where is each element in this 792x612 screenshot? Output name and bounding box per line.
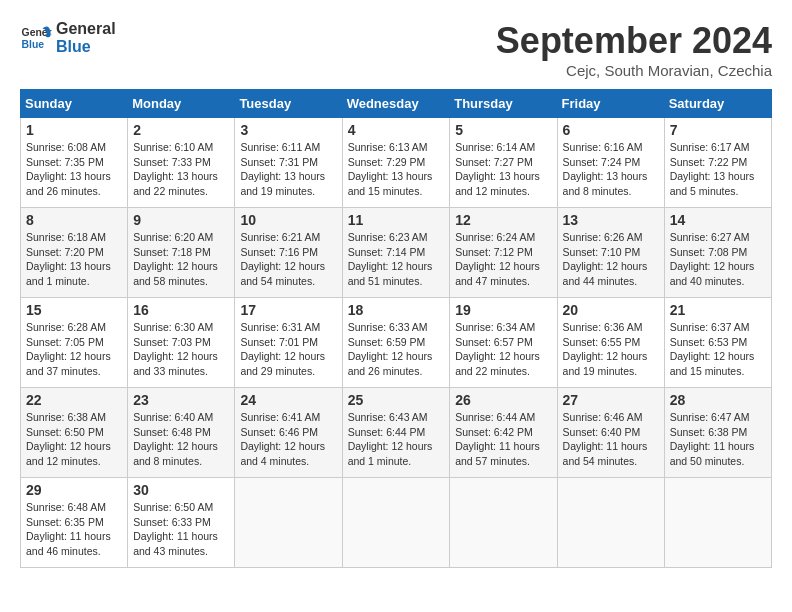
day-info: Sunrise: 6:20 AM Sunset: 7:18 PM Dayligh…	[133, 230, 229, 289]
calendar-week-1: 1Sunrise: 6:08 AM Sunset: 7:35 PM Daylig…	[21, 118, 772, 208]
calendar-cell	[450, 478, 557, 568]
day-number: 2	[133, 122, 229, 138]
calendar-cell: 7Sunrise: 6:17 AM Sunset: 7:22 PM Daylig…	[664, 118, 771, 208]
day-info: Sunrise: 6:46 AM Sunset: 6:40 PM Dayligh…	[563, 410, 659, 469]
day-number: 15	[26, 302, 122, 318]
day-info: Sunrise: 6:50 AM Sunset: 6:33 PM Dayligh…	[133, 500, 229, 559]
day-number: 13	[563, 212, 659, 228]
calendar-cell: 18Sunrise: 6:33 AM Sunset: 6:59 PM Dayli…	[342, 298, 450, 388]
calendar-cell: 15Sunrise: 6:28 AM Sunset: 7:05 PM Dayli…	[21, 298, 128, 388]
day-number: 8	[26, 212, 122, 228]
weekday-header-saturday: Saturday	[664, 90, 771, 118]
calendar-cell: 22Sunrise: 6:38 AM Sunset: 6:50 PM Dayli…	[21, 388, 128, 478]
day-number: 28	[670, 392, 766, 408]
day-info: Sunrise: 6:34 AM Sunset: 6:57 PM Dayligh…	[455, 320, 551, 379]
day-number: 17	[240, 302, 336, 318]
calendar-cell	[557, 478, 664, 568]
page-header: General Blue General Blue September 2024…	[20, 20, 772, 79]
calendar-week-3: 15Sunrise: 6:28 AM Sunset: 7:05 PM Dayli…	[21, 298, 772, 388]
day-info: Sunrise: 6:17 AM Sunset: 7:22 PM Dayligh…	[670, 140, 766, 199]
day-info: Sunrise: 6:27 AM Sunset: 7:08 PM Dayligh…	[670, 230, 766, 289]
logo-blue: Blue	[56, 38, 116, 56]
calendar-cell: 20Sunrise: 6:36 AM Sunset: 6:55 PM Dayli…	[557, 298, 664, 388]
day-number: 24	[240, 392, 336, 408]
weekday-header-friday: Friday	[557, 90, 664, 118]
logo-icon: General Blue	[20, 22, 52, 54]
day-number: 6	[563, 122, 659, 138]
calendar-cell: 13Sunrise: 6:26 AM Sunset: 7:10 PM Dayli…	[557, 208, 664, 298]
calendar-cell: 10Sunrise: 6:21 AM Sunset: 7:16 PM Dayli…	[235, 208, 342, 298]
day-number: 29	[26, 482, 122, 498]
logo: General Blue General Blue	[20, 20, 116, 55]
day-number: 9	[133, 212, 229, 228]
calendar-table: SundayMondayTuesdayWednesdayThursdayFrid…	[20, 89, 772, 568]
calendar-cell: 19Sunrise: 6:34 AM Sunset: 6:57 PM Dayli…	[450, 298, 557, 388]
calendar-cell: 28Sunrise: 6:47 AM Sunset: 6:38 PM Dayli…	[664, 388, 771, 478]
day-number: 11	[348, 212, 445, 228]
day-number: 5	[455, 122, 551, 138]
weekday-header-tuesday: Tuesday	[235, 90, 342, 118]
day-info: Sunrise: 6:18 AM Sunset: 7:20 PM Dayligh…	[26, 230, 122, 289]
day-number: 3	[240, 122, 336, 138]
day-info: Sunrise: 6:23 AM Sunset: 7:14 PM Dayligh…	[348, 230, 445, 289]
calendar-cell: 23Sunrise: 6:40 AM Sunset: 6:48 PM Dayli…	[128, 388, 235, 478]
calendar-cell: 12Sunrise: 6:24 AM Sunset: 7:12 PM Dayli…	[450, 208, 557, 298]
day-info: Sunrise: 6:26 AM Sunset: 7:10 PM Dayligh…	[563, 230, 659, 289]
day-number: 16	[133, 302, 229, 318]
calendar-cell: 14Sunrise: 6:27 AM Sunset: 7:08 PM Dayli…	[664, 208, 771, 298]
day-info: Sunrise: 6:36 AM Sunset: 6:55 PM Dayligh…	[563, 320, 659, 379]
day-number: 21	[670, 302, 766, 318]
day-info: Sunrise: 6:30 AM Sunset: 7:03 PM Dayligh…	[133, 320, 229, 379]
month-title: September 2024	[496, 20, 772, 62]
calendar-cell: 26Sunrise: 6:44 AM Sunset: 6:42 PM Dayli…	[450, 388, 557, 478]
day-info: Sunrise: 6:28 AM Sunset: 7:05 PM Dayligh…	[26, 320, 122, 379]
day-number: 10	[240, 212, 336, 228]
calendar-cell	[342, 478, 450, 568]
day-info: Sunrise: 6:40 AM Sunset: 6:48 PM Dayligh…	[133, 410, 229, 469]
day-number: 23	[133, 392, 229, 408]
day-info: Sunrise: 6:43 AM Sunset: 6:44 PM Dayligh…	[348, 410, 445, 469]
day-info: Sunrise: 6:44 AM Sunset: 6:42 PM Dayligh…	[455, 410, 551, 469]
day-info: Sunrise: 6:13 AM Sunset: 7:29 PM Dayligh…	[348, 140, 445, 199]
day-info: Sunrise: 6:33 AM Sunset: 6:59 PM Dayligh…	[348, 320, 445, 379]
day-number: 14	[670, 212, 766, 228]
day-info: Sunrise: 6:08 AM Sunset: 7:35 PM Dayligh…	[26, 140, 122, 199]
calendar-header: SundayMondayTuesdayWednesdayThursdayFrid…	[21, 90, 772, 118]
day-info: Sunrise: 6:48 AM Sunset: 6:35 PM Dayligh…	[26, 500, 122, 559]
calendar-cell: 4Sunrise: 6:13 AM Sunset: 7:29 PM Daylig…	[342, 118, 450, 208]
calendar-week-4: 22Sunrise: 6:38 AM Sunset: 6:50 PM Dayli…	[21, 388, 772, 478]
day-number: 20	[563, 302, 659, 318]
day-info: Sunrise: 6:38 AM Sunset: 6:50 PM Dayligh…	[26, 410, 122, 469]
calendar-cell: 27Sunrise: 6:46 AM Sunset: 6:40 PM Dayli…	[557, 388, 664, 478]
day-number: 25	[348, 392, 445, 408]
day-info: Sunrise: 6:14 AM Sunset: 7:27 PM Dayligh…	[455, 140, 551, 199]
day-number: 22	[26, 392, 122, 408]
weekday-header-sunday: Sunday	[21, 90, 128, 118]
day-number: 7	[670, 122, 766, 138]
calendar-week-5: 29Sunrise: 6:48 AM Sunset: 6:35 PM Dayli…	[21, 478, 772, 568]
day-number: 12	[455, 212, 551, 228]
day-info: Sunrise: 6:21 AM Sunset: 7:16 PM Dayligh…	[240, 230, 336, 289]
weekday-header-monday: Monday	[128, 90, 235, 118]
day-info: Sunrise: 6:10 AM Sunset: 7:33 PM Dayligh…	[133, 140, 229, 199]
calendar-week-2: 8Sunrise: 6:18 AM Sunset: 7:20 PM Daylig…	[21, 208, 772, 298]
day-info: Sunrise: 6:41 AM Sunset: 6:46 PM Dayligh…	[240, 410, 336, 469]
day-info: Sunrise: 6:47 AM Sunset: 6:38 PM Dayligh…	[670, 410, 766, 469]
calendar-cell	[235, 478, 342, 568]
day-info: Sunrise: 6:24 AM Sunset: 7:12 PM Dayligh…	[455, 230, 551, 289]
location: Cejc, South Moravian, Czechia	[496, 62, 772, 79]
calendar-cell: 24Sunrise: 6:41 AM Sunset: 6:46 PM Dayli…	[235, 388, 342, 478]
svg-text:Blue: Blue	[22, 38, 45, 49]
day-number: 26	[455, 392, 551, 408]
calendar-cell: 30Sunrise: 6:50 AM Sunset: 6:33 PM Dayli…	[128, 478, 235, 568]
calendar-cell: 3Sunrise: 6:11 AM Sunset: 7:31 PM Daylig…	[235, 118, 342, 208]
day-number: 19	[455, 302, 551, 318]
title-block: September 2024 Cejc, South Moravian, Cze…	[496, 20, 772, 79]
day-info: Sunrise: 6:16 AM Sunset: 7:24 PM Dayligh…	[563, 140, 659, 199]
calendar-cell: 9Sunrise: 6:20 AM Sunset: 7:18 PM Daylig…	[128, 208, 235, 298]
day-number: 1	[26, 122, 122, 138]
calendar-cell: 6Sunrise: 6:16 AM Sunset: 7:24 PM Daylig…	[557, 118, 664, 208]
calendar-cell: 11Sunrise: 6:23 AM Sunset: 7:14 PM Dayli…	[342, 208, 450, 298]
day-number: 18	[348, 302, 445, 318]
calendar-cell	[664, 478, 771, 568]
